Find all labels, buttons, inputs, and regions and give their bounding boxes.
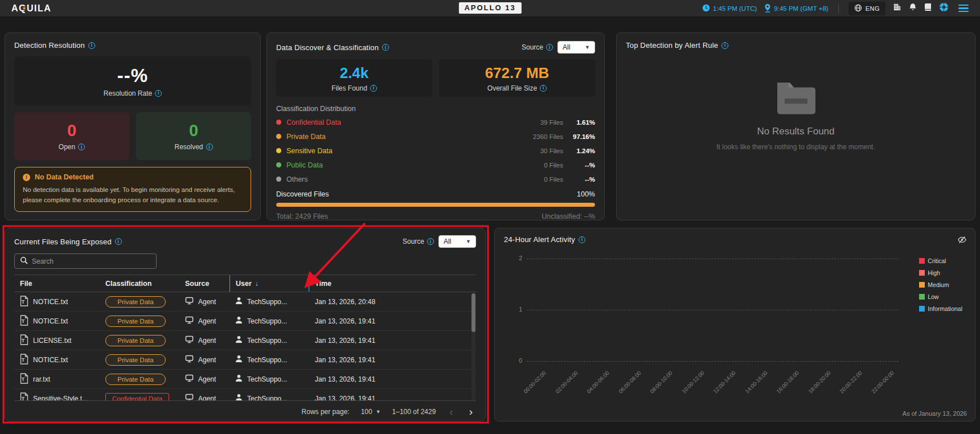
table-row[interactable]: T NOTICE.txt Private Data Agent Tech bbox=[14, 312, 476, 331]
info-icon[interactable]: i bbox=[206, 144, 213, 150]
legend-item[interactable]: Critical bbox=[919, 257, 962, 264]
legend-label: Low bbox=[928, 293, 938, 300]
utc-time-label: 1:45 PM (UTC) bbox=[713, 5, 757, 12]
menu-button[interactable] bbox=[958, 5, 969, 13]
classification-files: 39 Files bbox=[540, 119, 563, 126]
column-header-user[interactable]: User ↓ bbox=[229, 275, 309, 292]
classification-percent: 1.61% bbox=[563, 119, 595, 126]
rows-per-page-select[interactable]: 100 ▼ bbox=[361, 408, 381, 416]
table-scrollbar[interactable] bbox=[471, 293, 475, 400]
info-icon[interactable]: i bbox=[546, 44, 553, 51]
classification-cell: Confidential Data bbox=[100, 393, 179, 402]
info-icon[interactable]: i bbox=[540, 85, 547, 92]
language-selector[interactable]: ENG bbox=[848, 2, 885, 15]
x-tick-label: 12:00-14:00 bbox=[732, 367, 761, 377]
user-cell: TechSuppo... bbox=[229, 355, 309, 365]
info-icon[interactable]: i bbox=[382, 44, 389, 51]
info-icon[interactable]: i bbox=[78, 144, 85, 150]
app-logo[interactable]: AQUILA bbox=[11, 3, 51, 14]
source-label: Source i bbox=[522, 43, 553, 51]
svg-text:T: T bbox=[22, 396, 25, 402]
panel-title-text: Detection Resolution bbox=[14, 41, 85, 50]
files-found-label: Files Found i bbox=[331, 84, 377, 92]
agent-monitor-icon bbox=[185, 335, 194, 345]
source-name: Agent bbox=[198, 317, 216, 325]
info-icon[interactable]: i bbox=[155, 90, 162, 97]
legend-item[interactable]: High bbox=[919, 269, 962, 276]
info-icon[interactable]: i bbox=[370, 85, 377, 92]
file-name: Sensitive-Style.t... bbox=[33, 395, 88, 402]
text-file-icon: T bbox=[20, 373, 28, 386]
column-header-source[interactable]: Source bbox=[179, 275, 229, 292]
svg-text:T: T bbox=[22, 357, 25, 363]
legend-label: Critical bbox=[928, 257, 946, 264]
classification-dot bbox=[276, 148, 281, 153]
table-row[interactable]: T NOTICE.txt Private Data Agent Tech bbox=[14, 292, 476, 312]
legend-item[interactable]: Informational bbox=[919, 305, 962, 312]
info-icon[interactable]: i bbox=[115, 238, 122, 245]
y-tick-label: 2 bbox=[511, 255, 522, 261]
column-header-file[interactable]: File bbox=[14, 275, 100, 292]
total-files-label: Total: 2429 Files bbox=[276, 212, 328, 220]
files-table: File Classification Source User ↓ Time T… bbox=[14, 275, 476, 401]
file-cell: T NOTICE.txt bbox=[14, 296, 100, 308]
eye-off-icon bbox=[957, 235, 967, 244]
file-cell: T NOTICE.txt bbox=[14, 315, 100, 327]
time-value: Jan 13, 2026, 20:48 bbox=[315, 298, 375, 306]
x-tick-label: 20:00-22:00 bbox=[859, 367, 888, 377]
source-select[interactable]: All ▼ bbox=[438, 235, 476, 248]
legend-item[interactable]: Medium bbox=[919, 281, 962, 288]
file-name: NOTICE.txt bbox=[33, 317, 68, 325]
sort-descending-icon: ↓ bbox=[255, 280, 259, 288]
search-input[interactable] bbox=[32, 257, 151, 265]
table-row[interactable]: T LICENSE.txt Private Data Agent Tec bbox=[14, 331, 476, 350]
notifications-button[interactable] bbox=[909, 3, 917, 14]
chevron-down-icon: ▼ bbox=[585, 44, 590, 50]
column-header-time[interactable]: Time bbox=[309, 275, 476, 292]
column-header-classification[interactable]: Classification bbox=[100, 275, 179, 292]
source-name: Agent bbox=[198, 356, 216, 364]
classification-label: Confidential Data bbox=[286, 118, 341, 126]
legend-item[interactable]: Low bbox=[919, 293, 962, 300]
building-icon bbox=[893, 3, 901, 14]
scrollbar-thumb[interactable] bbox=[471, 293, 475, 332]
table-row[interactable]: T NOTICE.txt Private Data Agent Tech bbox=[14, 350, 476, 370]
file-size-label: Overall File Size i bbox=[487, 84, 547, 92]
table-row[interactable]: T Sensitive-Style.t... Confidential Data… bbox=[14, 389, 476, 401]
classification-dot bbox=[276, 120, 281, 125]
organization-button[interactable] bbox=[893, 3, 901, 14]
table-row[interactable]: T rar.txt Private Data Agent TechSup bbox=[14, 370, 476, 389]
user-cell: TechSuppo... bbox=[229, 335, 309, 345]
user-name: TechSuppo... bbox=[247, 337, 287, 345]
info-icon[interactable]: i bbox=[88, 42, 95, 49]
svg-text:T: T bbox=[22, 318, 25, 324]
file-cell: T rar.txt bbox=[14, 373, 100, 386]
user-name: TechSuppo... bbox=[247, 395, 287, 402]
previous-page-button[interactable]: ‹ bbox=[447, 406, 455, 417]
x-tick-label: 06:00-08:00 bbox=[638, 367, 667, 377]
open-resolved-row: 0 Open i 0 Resolved i bbox=[14, 112, 251, 160]
resolution-rate-label: Resolution Rate i bbox=[104, 89, 162, 97]
user-name: TechSuppo... bbox=[247, 356, 287, 364]
info-icon[interactable]: i bbox=[721, 42, 728, 49]
source-select[interactable]: All ▼ bbox=[557, 41, 595, 54]
open-label: Open i bbox=[59, 143, 85, 151]
location-pin-icon bbox=[764, 3, 771, 14]
clock-icon bbox=[702, 4, 710, 13]
chevron-down-icon: ▼ bbox=[376, 409, 381, 415]
next-page-button[interactable]: › bbox=[467, 406, 475, 417]
x-tick-label: 04:00-06:00 bbox=[606, 367, 635, 377]
file-cell: T LICENSE.txt bbox=[14, 334, 100, 347]
search-icon bbox=[20, 256, 28, 267]
info-icon[interactable]: i bbox=[427, 238, 434, 245]
info-icon[interactable]: i bbox=[579, 236, 585, 243]
time-value: Jan 13, 2026, 19:41 bbox=[315, 317, 375, 325]
documentation-button[interactable] bbox=[924, 3, 932, 14]
panel-title-text: Data Discover & Classification bbox=[276, 43, 379, 52]
support-button[interactable] bbox=[939, 2, 949, 14]
classification-cell: Private Data bbox=[100, 316, 179, 327]
text-file-icon: T bbox=[20, 334, 28, 347]
distribution-row: Confidential Data 39 Files 1.61% bbox=[276, 115, 595, 129]
hide-chart-button[interactable] bbox=[957, 235, 967, 247]
classification-percent: 97.16% bbox=[563, 133, 595, 140]
